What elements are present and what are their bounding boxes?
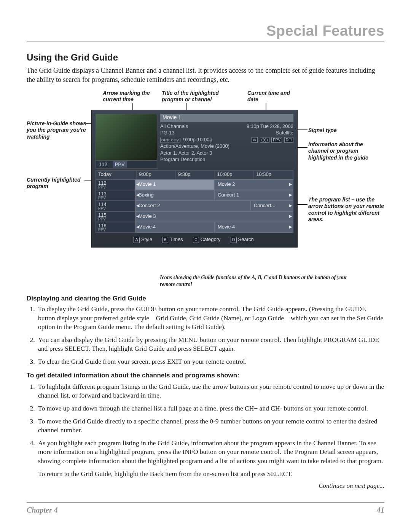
mail-icon: ✉: [252, 137, 258, 143]
pig-channel-label: 112 PPV: [96, 160, 157, 169]
callout-info: Information about the channel or program…: [308, 141, 384, 161]
detail-step-1: To highlight different program listings …: [37, 382, 384, 400]
disp-step-3: To clear the Grid Guide from your screen…: [37, 357, 384, 366]
subhead-displaying: Displaying and clearing the Grid Guide: [27, 295, 384, 302]
callout-signal: Signal type: [308, 127, 381, 134]
guide-function-bar: AStyle BTimes CCategory DSearch: [96, 236, 293, 244]
channel-cell: 116PPV: [96, 222, 135, 233]
time-col-2: 9:30p: [176, 171, 215, 179]
ppv-icon: PPV: [271, 137, 282, 143]
program-cell: Movie 4◀: [135, 222, 214, 233]
program-cell: Concert 2◀: [135, 201, 250, 211]
dolby-icon: D☐: [284, 137, 293, 143]
channel-cell: 114PPV: [96, 201, 135, 211]
info-rating: PG-13: [160, 129, 175, 136]
detail-step-3: To move the Grid Guide directly to a spe…: [37, 417, 384, 435]
channel-cell: 115PPV: [96, 211, 135, 222]
info-clock: 9:10p Tue 2/28, 2002: [247, 123, 293, 130]
signal-icon: ((•)): [260, 137, 269, 143]
func-c: CCategory: [193, 236, 221, 243]
detail-step-2: To move up and down through the channel …: [37, 404, 384, 413]
footer-chapter: Chapter 4: [27, 506, 58, 514]
section-heading: Using the Grid Guide: [27, 52, 384, 63]
disp-step-1: To display the Grid Guide, press the GUI…: [37, 305, 384, 332]
grid-row: 112PPVMovie 1◀Movie 2▶: [96, 179, 293, 190]
time-col-3: 10:00p: [215, 171, 254, 179]
program-title-bar: Movie 1: [160, 114, 293, 122]
footer-page: 41: [377, 506, 384, 514]
info-genre: Action/Adventure, Movie (2000): [160, 143, 293, 150]
program-cell: Concert 1▶: [214, 190, 293, 201]
pig-channel-tag: PPV: [113, 161, 127, 168]
callout-current-highlight: Currently highlighted program: [27, 177, 88, 190]
grid-row: 116PPVMovie 4◀Movie 4▶: [96, 222, 293, 233]
info-description: Program Description: [160, 156, 293, 163]
page-header: Special Features: [27, 23, 384, 42]
time-col-today: Today: [96, 171, 137, 179]
channel-banner-info: All Channels 9:10p Tue 2/28, 2002 PG-13 …: [160, 123, 293, 168]
disp-step-2: You can also display the Grid Guide by p…: [37, 335, 384, 353]
callout-bottom-icons: Icons showing the Guide functions of the…: [160, 274, 350, 288]
program-cell: Movie 4▶: [214, 222, 293, 233]
grid-guide-figure: Arrow marking the current time Title of …: [27, 90, 384, 269]
detail-step-4: As you highlight each program listing in…: [37, 439, 384, 479]
grid-row: 114PPVConcert 2◀Concert...▶: [96, 201, 293, 211]
time-col-4: 10:30p: [254, 171, 293, 179]
program-grid: 112PPVMovie 1◀Movie 2▶113PPVBoxing◀Conce…: [96, 179, 293, 233]
callout-program-list: The program list – use the arrow buttons…: [308, 197, 384, 223]
channel-cell: 112PPV: [96, 179, 135, 190]
time-header-row: Today 9:00p 9:30p 10:00p 10:30p: [96, 170, 293, 179]
callout-current-time: Current time and date: [247, 90, 301, 103]
info-actors: Actor 1, Actor 2, Actor 3: [160, 150, 293, 157]
program-cell: Movie 3◀▶: [135, 211, 293, 222]
page-footer: Chapter 4 41: [27, 502, 384, 514]
info-status-icons: ✉ ((•)) PPV D☐: [251, 136, 293, 143]
grid-row: 113PPVBoxing◀Concert 1▶: [96, 190, 293, 201]
grid-row: 115PPVMovie 3◀▶: [96, 211, 293, 222]
info-brand: DIRECTV: [160, 138, 180, 142]
program-cell: Movie 1◀: [135, 179, 214, 190]
callout-arrow-time: Arrow marking the current time: [103, 90, 160, 103]
program-cell: Movie 2▶: [214, 179, 293, 190]
detail-steps: To highlight different program listings …: [27, 382, 384, 479]
pig-channel-number: 112: [96, 161, 110, 167]
section-intro: The Grid Guide displays a Channel Banner…: [27, 66, 384, 85]
func-d: DSearch: [231, 236, 254, 243]
callout-pig: Picture-in-Guide shows you the program y…: [27, 120, 88, 141]
displaying-steps: To display the Grid Guide, press the GUI…: [27, 305, 384, 366]
header-title: Special Features: [266, 23, 384, 39]
program-cell: Concert...▶: [250, 201, 293, 211]
func-b: BTimes: [162, 236, 183, 243]
continues-note: Continues on next page...: [27, 482, 384, 490]
func-a: AStyle: [134, 236, 152, 243]
info-time-range: 9:00p-10:00p: [183, 137, 212, 142]
callout-title-prog: Title of the highlighted program or chan…: [162, 90, 242, 103]
info-all-channels: All Channels: [160, 123, 188, 130]
info-signal: Satellite: [276, 129, 293, 136]
channel-cell: 113PPV: [96, 190, 135, 201]
grid-guide-screen: 112 PPV Movie 1 All Channels 9:10p Tue 2…: [91, 110, 298, 248]
program-cell: Boxing◀: [135, 190, 214, 201]
time-col-1: 9:00p: [137, 171, 176, 179]
subhead-detail: To get detailed information about the ch…: [27, 372, 384, 379]
picture-in-guide: [96, 114, 157, 160]
detail-followup: To return to the Grid Guide, highlight t…: [38, 470, 384, 479]
